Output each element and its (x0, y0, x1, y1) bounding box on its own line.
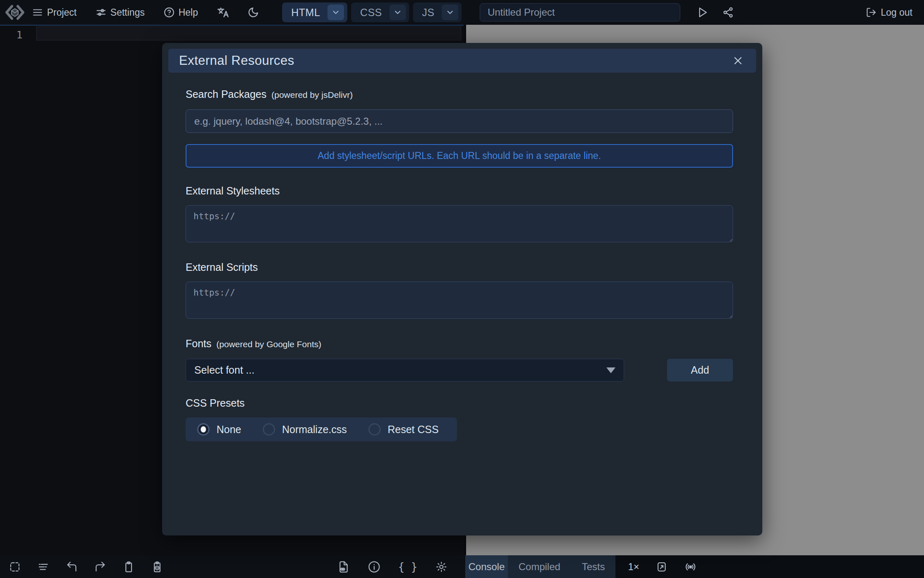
preset-normalize-label: Normalize.css (282, 424, 347, 436)
editor-tools-bar: { } (0, 555, 465, 578)
translate-icon[interactable] (217, 6, 229, 19)
radio-selected-icon (197, 423, 210, 436)
font-select[interactable]: Select font ... (186, 359, 624, 381)
format-code-icon[interactable] (37, 560, 50, 573)
braces-icon[interactable]: { } (398, 561, 417, 573)
tab-css[interactable]: CSS (351, 2, 409, 22)
external-resources-modal: External Resources Search Packages (powe… (162, 43, 762, 535)
help-menu[interactable]: Help (164, 7, 198, 18)
html-language-menu-button[interactable] (328, 5, 344, 20)
top-toolbar: Project Settings Help (0, 0, 924, 25)
close-icon[interactable] (731, 53, 745, 68)
logout-label: Log out (881, 7, 912, 18)
tab-js-label: JS (422, 7, 434, 19)
dark-mode-moon-icon[interactable] (248, 7, 259, 18)
project-menu[interactable]: Project (32, 7, 77, 18)
select-all-icon[interactable] (8, 560, 21, 573)
hamburger-icon (32, 7, 43, 18)
css-presets-group: None Normalize.css Reset CSS (186, 417, 457, 441)
settings-menu-label: Settings (111, 7, 145, 18)
modal-header: External Resources (168, 49, 756, 73)
tab-console-label: Console (468, 561, 504, 573)
tab-tests-label: Tests (582, 561, 605, 573)
add-font-button[interactable]: Add (667, 359, 733, 381)
external-stylesheets-textarea[interactable] (186, 205, 733, 242)
results-tab-group: Compiled Tests (508, 555, 615, 578)
help-circle-icon (164, 7, 174, 18)
tab-html-label: HTML (291, 7, 320, 19)
copy-clipboard-icon[interactable] (122, 560, 135, 573)
tab-html[interactable]: HTML (282, 2, 347, 22)
gear-icon[interactable] (435, 560, 448, 573)
open-in-new-window-icon[interactable] (655, 560, 668, 573)
modal-title: External Resources (179, 53, 731, 68)
line-number: 1 (10, 29, 29, 41)
preset-none-label: None (217, 424, 241, 436)
preset-normalize-radio[interactable]: Normalize.css (263, 423, 347, 436)
preset-reset-radio[interactable]: Reset CSS (368, 423, 439, 436)
zoom-level[interactable]: 1× (628, 555, 639, 578)
settings-menu[interactable]: Settings (96, 7, 145, 18)
radio-unselected-icon (263, 423, 275, 436)
custom-assets-icon[interactable] (337, 560, 350, 573)
search-packages-label: Search Packages (186, 88, 266, 100)
tab-console[interactable]: Console (465, 555, 508, 578)
logout-icon (866, 7, 877, 18)
editor-tabs: HTML CSS JS (282, 2, 462, 22)
broadcast-icon[interactable] (684, 560, 697, 573)
css-language-menu-button[interactable] (389, 5, 406, 20)
editor-current-line (36, 26, 461, 40)
run-button[interactable] (697, 7, 708, 18)
paste-clipboard-icon[interactable] (151, 560, 164, 573)
preset-none-radio[interactable]: None (197, 423, 241, 436)
undo-icon[interactable] (65, 560, 78, 573)
fonts-hint: (powered by Google Fonts) (217, 339, 321, 349)
external-scripts-label: External Scripts (186, 261, 733, 273)
search-packages-hint: (powered by jsDelivr) (271, 90, 353, 100)
add-urls-info-button[interactable]: Add stylesheet/script URLs. Each URL sho… (186, 144, 733, 168)
sliders-icon (96, 7, 106, 18)
external-stylesheets-label: External Stylesheets (186, 185, 733, 197)
project-menu-label: Project (47, 7, 77, 18)
external-scripts-textarea[interactable] (186, 282, 733, 319)
radio-unselected-icon (368, 423, 381, 436)
tab-compiled-label: Compiled (519, 561, 560, 573)
results-tools-bar: Console Compiled Tests 1× (465, 555, 924, 578)
project-title-input[interactable] (480, 3, 680, 21)
tab-tests[interactable]: Tests (571, 555, 615, 578)
package-search-input[interactable] (186, 109, 733, 133)
app-logo-icon[interactable] (5, 2, 25, 22)
tab-css-label: CSS (360, 7, 382, 19)
logout-button[interactable]: Log out (866, 7, 912, 18)
share-icon[interactable] (722, 7, 734, 18)
css-presets-label: CSS Presets (186, 397, 733, 409)
font-select-value: Select font ... (194, 364, 606, 376)
tab-compiled[interactable]: Compiled (508, 555, 571, 578)
js-language-menu-button[interactable] (442, 5, 458, 20)
tab-js[interactable]: JS (413, 2, 462, 22)
select-arrow-icon (606, 367, 615, 373)
help-menu-label: Help (179, 7, 198, 18)
redo-icon[interactable] (94, 560, 107, 573)
fonts-label: Fonts (186, 338, 212, 350)
info-icon[interactable] (368, 560, 381, 573)
bottom-toolbar: { } Console Compiled Tests 1× (0, 555, 924, 578)
preset-reset-label: Reset CSS (388, 424, 439, 436)
